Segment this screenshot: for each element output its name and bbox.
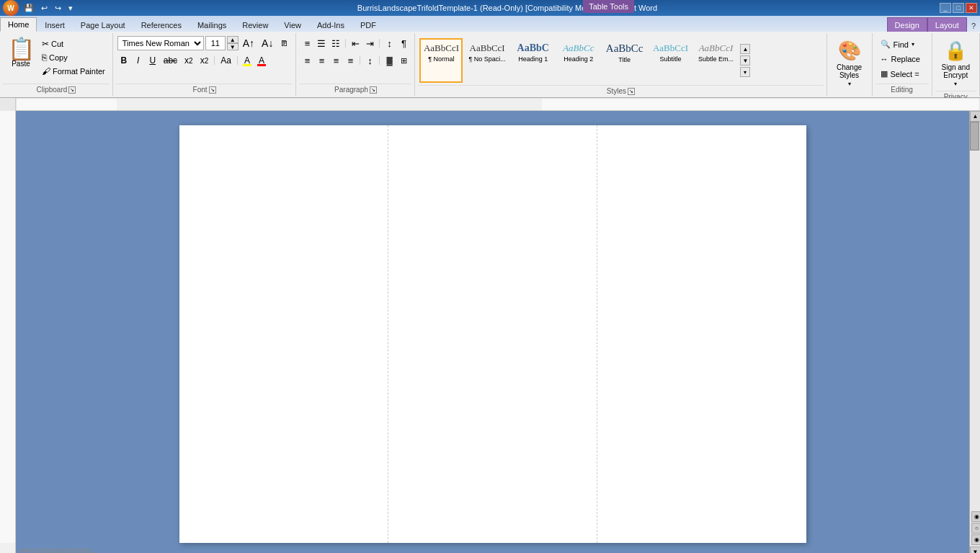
format-painter-button[interactable]: 🖌 Format Painter [39, 65, 108, 78]
strikethrough-btn[interactable]: abc [161, 53, 180, 68]
quick-access-dropdown[interactable]: ▾ [66, 3, 75, 14]
italic-btn[interactable]: I [132, 53, 145, 68]
justify-btn[interactable]: ≡ [344, 53, 357, 68]
shading-btn[interactable]: ▓ [383, 53, 396, 68]
tab-references[interactable]: References [133, 17, 190, 32]
clear-format-btn[interactable]: 🖹 [277, 36, 291, 50]
highlight-color-btn[interactable]: A [241, 53, 254, 68]
tab-mailings[interactable]: Mailings [190, 17, 234, 32]
copy-button[interactable]: ⎘ Copy [39, 51, 108, 64]
borders-btn[interactable]: ⊞ [397, 53, 410, 68]
scroll-up-btn[interactable]: ▲ [970, 111, 980, 122]
font-name-row: Times New Roman ▲ ▼ A↑ A↓ 🖹 [117, 36, 292, 50]
style-subtle-em-preview: AaBbCcI [699, 42, 734, 54]
change-styles-btn[interactable]: 🎨 ChangeStyles ▾ [832, 36, 868, 91]
undo-quick-btn[interactable]: ↩ [39, 3, 50, 14]
font-expand-btn[interactable]: ↘ [209, 86, 216, 94]
sign-encrypt-btn[interactable]: 🔒 Sign andEncrypt ▾ [937, 36, 975, 91]
styles-scroll-controls: ▲ ▼ ▾ [739, 42, 752, 78]
ribbon-help-btn[interactable]: ? [967, 20, 980, 32]
document-canvas[interactable]: www.heritagechristianc... [16, 111, 969, 553]
paragraph-group: ≡ ☰ ☷ ⇤ ⇥ ↕ ¶ ≡ ≡ ≡ ≡ ↕ ▓ ⊞ [296, 33, 415, 96]
tab-home[interactable]: Home [0, 17, 37, 32]
decrease-indent-btn[interactable]: ⇤ [349, 36, 362, 50]
style-heading2[interactable]: AaBbCc Heading 2 [557, 38, 600, 83]
window-controls: _ □ ✕ [940, 3, 977, 13]
font-name-select[interactable]: Times New Roman [117, 36, 204, 50]
tab-view[interactable]: View [276, 17, 309, 32]
replace-btn[interactable]: ↔ Replace [877, 53, 927, 66]
tab-review[interactable]: Review [234, 17, 276, 32]
cut-button[interactable]: ✂ Cut [39, 37, 108, 50]
redo-quick-btn[interactable]: ↪ [53, 3, 63, 14]
maximize-btn[interactable]: □ [953, 3, 964, 13]
align-right-btn[interactable]: ≡ [329, 53, 342, 68]
align-center-btn[interactable]: ≡ [315, 53, 328, 68]
page-col-3[interactable] [597, 125, 806, 543]
style-no-spacing-preview: AaBbCcI [470, 42, 505, 54]
scroll-select-browse-btn[interactable]: ○ [971, 523, 980, 534]
page-col-2[interactable] [388, 125, 597, 543]
show-marks-btn[interactable]: ¶ [397, 36, 410, 50]
bullets-btn[interactable]: ≡ [300, 36, 313, 50]
style-no-spacing[interactable]: AaBbCcI ¶ No Spaci... [465, 38, 509, 83]
sort-btn[interactable]: ↕ [383, 36, 396, 50]
office-orb-icon[interactable]: W [3, 0, 19, 16]
tab-page-layout[interactable]: Page Layout [73, 17, 133, 32]
save-quick-btn[interactable]: 💾 [22, 3, 36, 14]
para-row1: ≡ ☰ ☷ ⇤ ⇥ ↕ ¶ [300, 36, 410, 50]
bold-btn[interactable]: B [117, 53, 130, 68]
table-tools-tabs: Design Layout [887, 17, 967, 32]
paragraph-expand-btn[interactable]: ↘ [370, 86, 377, 94]
scroll-next-page-btn[interactable]: ◉ [971, 534, 980, 545]
scroll-thumb[interactable] [970, 122, 979, 150]
style-subtle-em-label: Subtle Em... [698, 55, 734, 63]
font-color-bar [257, 64, 266, 66]
styles-scroll-down[interactable]: ▼ [740, 55, 750, 66]
font-size-increase-btn[interactable]: ▲ [227, 36, 239, 43]
multilevel-btn[interactable]: ☷ [329, 36, 342, 50]
underline-btn[interactable]: U [146, 53, 159, 68]
subscript-btn[interactable]: x2 [182, 53, 196, 68]
scroll-track[interactable] [970, 122, 980, 510]
vertical-scrollbar[interactable]: ▲ ◉ ○ ◉ ▼ [969, 111, 980, 553]
clipboard-expand-btn[interactable]: ↘ [68, 86, 76, 94]
increase-indent-btn[interactable]: ⇥ [363, 36, 376, 50]
font-divider2 [237, 56, 238, 65]
style-subtitle[interactable]: AaBbCcI Subtitle [649, 38, 692, 83]
superscript-btn[interactable]: x2 [197, 53, 212, 68]
styles-scroll-up[interactable]: ▲ [740, 44, 750, 54]
font-color-btn[interactable]: A [255, 53, 268, 68]
tab-insert[interactable]: Insert [37, 17, 73, 32]
tab-layout[interactable]: Layout [927, 17, 967, 32]
tab-add-ins[interactable]: Add-Ins [309, 17, 352, 32]
paste-button[interactable]: 📋 Paste [4, 36, 37, 79]
ruler-corner[interactable] [0, 98, 16, 111]
grow-font-btn[interactable]: A↑ [240, 36, 257, 50]
font-size-input[interactable] [205, 36, 226, 50]
close-btn[interactable]: ✕ [966, 3, 977, 13]
scroll-prev-page-btn[interactable]: ◉ [971, 511, 980, 522]
shrink-font-btn[interactable]: A↓ [259, 36, 276, 50]
style-normal[interactable]: AaBbCcI ¶ Normal [419, 38, 463, 83]
tab-pdf[interactable]: PDF [352, 17, 384, 32]
tab-design[interactable]: Design [887, 17, 927, 32]
style-title[interactable]: AaBbCc Title [602, 38, 647, 83]
change-case-btn[interactable]: Aa [218, 53, 234, 68]
style-subtle-em[interactable]: AaBbCcI Subtle Em... [694, 38, 737, 83]
document-page[interactable] [179, 125, 806, 543]
styles-scroll-more[interactable]: ▾ [740, 67, 750, 77]
line-spacing-btn[interactable]: ↕ [363, 53, 376, 68]
style-subtitle-label: Subtitle [659, 55, 681, 63]
numbering-btn[interactable]: ☰ [315, 36, 328, 50]
style-heading1[interactable]: AaBbC Heading 1 [512, 38, 555, 83]
scroll-down-btn[interactable]: ▼ [970, 547, 980, 553]
select-btn[interactable]: ▦ Select = [877, 67, 927, 81]
page-col-1[interactable] [179, 125, 388, 543]
styles-expand-btn[interactable]: ↘ [628, 88, 635, 95]
minimize-btn[interactable]: _ [940, 3, 951, 13]
font-size-decrease-btn[interactable]: ▼ [227, 43, 239, 50]
find-btn[interactable]: 🔍 Find ▾ [877, 37, 927, 51]
align-left-btn[interactable]: ≡ [300, 53, 313, 68]
style-no-spacing-label: ¶ No Spaci... [468, 55, 505, 63]
